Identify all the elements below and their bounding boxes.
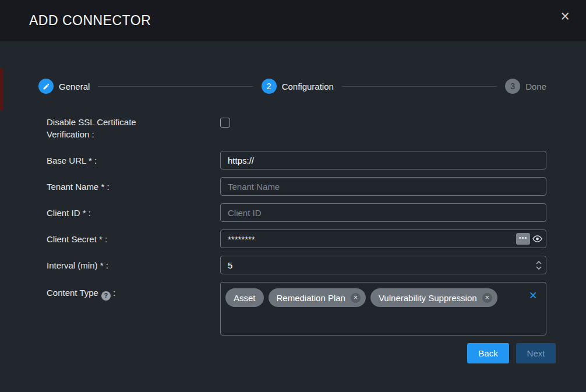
step-2-badge: 2 xyxy=(262,79,277,94)
number-stepper[interactable] xyxy=(534,258,544,272)
tag-vulnerability-suppression: Vulnerability Suppression × xyxy=(370,288,497,307)
step-configuration[interactable]: 2 Configuration xyxy=(262,79,334,94)
client-secret-label: Client Secret * : xyxy=(47,233,220,245)
step-general-label: General xyxy=(59,82,90,91)
modal-title: ADD CONNECTOR xyxy=(29,13,151,29)
modal-header: ADD CONNECTOR × xyxy=(0,0,586,41)
add-connector-modal: ADD CONNECTOR × General 2 Configuration … xyxy=(0,0,586,392)
base-url-label: Base URL * : xyxy=(47,154,220,167)
step-done-label: Done xyxy=(525,82,546,91)
modal-footer: Back Next xyxy=(47,343,556,363)
step-general[interactable]: General xyxy=(38,79,90,94)
stepper: General 2 Configuration 3 Done xyxy=(38,79,546,94)
field-disable-ssl: Disable SSL Certificate Verification : xyxy=(47,116,546,142)
tag-asset: Asset xyxy=(225,288,264,307)
client-secret-input[interactable] xyxy=(220,229,546,248)
field-content-type: Content Type?: Asset Remediation Plan × … xyxy=(47,282,546,336)
disable-ssl-checkbox[interactable] xyxy=(220,118,230,128)
background-page-edge xyxy=(0,68,3,110)
pencil-icon xyxy=(38,79,54,94)
chevron-up-icon xyxy=(536,261,542,264)
field-client-id: Client ID * : xyxy=(47,203,546,222)
tenant-name-label: Tenant Name * : xyxy=(47,181,220,193)
field-client-secret: Client Secret * : ••• xyxy=(47,229,546,248)
content-type-label: Content Type?: xyxy=(47,282,220,301)
tag-remediation-plan: Remediation Plan × xyxy=(269,288,366,307)
interval-input[interactable] xyxy=(220,256,546,274)
help-icon[interactable]: ? xyxy=(101,291,111,301)
secret-more-button[interactable]: ••• xyxy=(516,233,530,245)
field-interval: Interval (min) * : xyxy=(47,256,546,274)
step-connector-line xyxy=(98,86,253,87)
configuration-form: Disable SSL Certificate Verification : B… xyxy=(47,116,546,363)
field-base-url: Base URL * : xyxy=(47,151,546,169)
tenant-name-input[interactable] xyxy=(220,177,546,196)
chevron-down-icon xyxy=(536,266,542,270)
field-tenant-name: Tenant Name * : xyxy=(47,177,546,196)
disable-ssl-label: Disable SSL Certificate Verification : xyxy=(47,116,220,140)
content-type-multiselect[interactable]: Asset Remediation Plan × Vulnerability S… xyxy=(220,282,546,336)
interval-label: Interval (min) * : xyxy=(47,259,220,271)
modal-body: General 2 Configuration 3 Done Disable S… xyxy=(0,79,586,392)
back-button[interactable]: Back xyxy=(467,343,509,363)
next-button[interactable]: Next xyxy=(516,343,556,363)
step-3-badge: 3 xyxy=(505,79,520,94)
remove-tag-icon[interactable]: × xyxy=(482,293,492,303)
remove-tag-icon[interactable]: × xyxy=(351,293,361,303)
client-id-label: Client ID * : xyxy=(47,207,220,219)
step-configuration-label: Configuration xyxy=(282,82,334,91)
step-done: 3 Done xyxy=(505,79,546,94)
eye-icon[interactable] xyxy=(532,235,543,243)
close-icon[interactable]: × xyxy=(557,8,573,26)
client-id-input[interactable] xyxy=(220,203,546,222)
base-url-input[interactable] xyxy=(220,151,546,169)
step-connector-line xyxy=(342,86,497,87)
clear-selection-icon[interactable]: × xyxy=(529,289,537,302)
